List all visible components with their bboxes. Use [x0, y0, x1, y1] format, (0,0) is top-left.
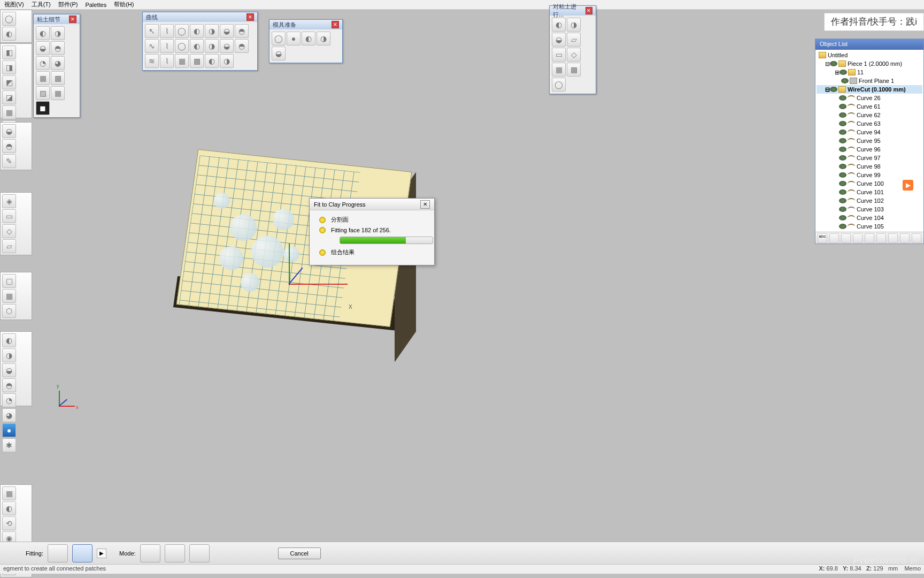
tool-btn[interactable]: ◒: [220, 24, 234, 38]
eye-icon[interactable]: [841, 78, 849, 83]
tool-btn[interactable]: ◯: [2, 12, 16, 26]
eye-icon[interactable]: [839, 172, 846, 178]
tool-btn[interactable]: ◧: [2, 45, 16, 59]
eye-icon[interactable]: [839, 207, 846, 212]
tool-btn[interactable]: ◕: [51, 56, 65, 70]
tool-btn[interactable]: ◓: [2, 378, 16, 392]
tool-btn[interactable]: ◒: [2, 363, 16, 377]
tree-curve-item[interactable]: Curve 94: [817, 128, 922, 136]
tool-btn[interactable]: ◪: [2, 90, 16, 104]
eye-icon[interactable]: [839, 164, 846, 169]
tree-curve-item[interactable]: Curve 62: [817, 111, 922, 119]
tool-btn[interactable]: ◐: [2, 501, 16, 515]
tree-item[interactable]: Front Plane 1: [817, 77, 922, 85]
menu-parts[interactable]: 部件(P): [58, 1, 78, 9]
menu-view[interactable]: 视图(V): [4, 1, 24, 9]
tool-btn[interactable]: ◒: [220, 39, 234, 53]
tool-btn[interactable]: ▱: [2, 239, 16, 253]
eye-icon[interactable]: [839, 224, 846, 229]
tree-curve-item[interactable]: Curve 26: [817, 94, 922, 102]
tool-btn[interactable]: ◑: [205, 24, 219, 38]
tool-btn[interactable]: ▨: [36, 86, 50, 100]
eye-icon[interactable]: [830, 87, 837, 92]
tree-curve-item[interactable]: Curve 63: [817, 119, 922, 128]
close-icon[interactable]: ✕: [420, 200, 430, 209]
tb-icon[interactable]: [841, 233, 851, 243]
tool-btn[interactable]: ◓: [2, 139, 16, 153]
tool-btn[interactable]: ◐: [190, 24, 204, 38]
tool-btn[interactable]: ◐: [302, 32, 315, 45]
eye-icon[interactable]: [839, 198, 846, 203]
tool-btn[interactable]: ✎: [2, 154, 16, 168]
eye-icon[interactable]: [839, 215, 846, 220]
tool-btn[interactable]: ◇: [567, 48, 581, 62]
tool-btn[interactable]: ◼: [36, 101, 50, 115]
eye-icon[interactable]: [839, 104, 846, 109]
tool-btn[interactable]: ◔: [2, 393, 16, 407]
tool-btn[interactable]: ●: [287, 32, 301, 45]
tool-btn[interactable]: ◇: [2, 224, 16, 238]
tool-btn[interactable]: ◯: [175, 39, 189, 53]
tool-btn[interactable]: ▦: [2, 289, 16, 303]
tree-curve-item[interactable]: Curve 104: [817, 214, 922, 222]
tool-btn[interactable]: ◐: [2, 27, 16, 41]
tool-btn[interactable]: ◯: [175, 24, 189, 38]
tool-btn[interactable]: ▦: [552, 63, 566, 77]
eye-icon[interactable]: [839, 112, 846, 118]
eye-icon[interactable]: [839, 147, 846, 152]
tool-btn[interactable]: ◑: [205, 39, 219, 53]
tool-btn[interactable]: ◈: [2, 194, 16, 208]
tool-btn[interactable]: ▦: [175, 54, 189, 68]
tb-icon[interactable]: [888, 233, 898, 243]
tool-btn[interactable]: ◓: [235, 24, 249, 38]
close-icon[interactable]: ✕: [332, 21, 339, 28]
tool-btn[interactable]: ◑: [2, 348, 16, 362]
mode-3[interactable]: [189, 544, 210, 562]
eye-icon[interactable]: [839, 155, 846, 161]
tool-btn[interactable]: ≋: [145, 54, 159, 68]
eye-icon[interactable]: [839, 138, 846, 143]
tree-curve-item[interactable]: Curve 102: [817, 196, 922, 205]
tree-curve-item[interactable]: Curve 98: [817, 162, 922, 171]
tool-btn[interactable]: ◯: [552, 78, 566, 92]
tool-btn[interactable]: ◑: [317, 32, 330, 45]
eye-icon[interactable]: [839, 95, 846, 101]
eye-icon[interactable]: [830, 61, 837, 66]
tool-btn[interactable]: ▭: [552, 48, 566, 62]
tree-root[interactable]: Untitled: [817, 51, 922, 59]
tool-btn[interactable]: ◨: [2, 60, 16, 74]
tool-btn[interactable]: ◒: [552, 33, 566, 47]
tool-btn[interactable]: ◐: [2, 333, 16, 347]
tree-curve-item[interactable]: Curve 105: [817, 222, 922, 231]
tb-icon[interactable]: [829, 233, 839, 243]
tool-btn[interactable]: ◒: [2, 124, 16, 138]
eye-icon[interactable]: [839, 189, 846, 195]
tool-btn[interactable]: ◓: [51, 41, 65, 55]
tool-btn[interactable]: ◒: [36, 41, 50, 55]
mode-1[interactable]: [140, 544, 160, 562]
close-icon[interactable]: ✕: [247, 13, 254, 21]
eye-icon[interactable]: [839, 121, 846, 126]
tb-search-icon[interactable]: [912, 233, 921, 243]
mode-2[interactable]: [165, 544, 185, 562]
tree-curve-item[interactable]: Curve 103: [817, 205, 922, 214]
menu-help[interactable]: 帮助(H): [114, 1, 134, 9]
tree-curve-item[interactable]: Curve 97: [817, 154, 922, 162]
tool-btn[interactable]: ▦: [2, 486, 16, 500]
tool-btn[interactable]: ◩: [2, 75, 16, 89]
tree-curve-item[interactable]: Curve 99: [817, 171, 922, 179]
tool-btn[interactable]: ◒: [272, 47, 286, 60]
tool-btn[interactable]: ⌇: [160, 24, 174, 38]
tool-btn[interactable]: ◓: [235, 39, 249, 53]
tree-piece[interactable]: ⊟ Piece 1 (2.0000 mm): [817, 59, 922, 68]
tree-curve-item[interactable]: Curve 61: [817, 102, 922, 111]
tool-btn[interactable]: ▭: [2, 209, 16, 223]
tool-btn[interactable]: ⟲: [2, 516, 16, 530]
tree-wirecut[interactable]: ⊟ WireCut (0.1000 mm): [817, 85, 922, 94]
tb-icon[interactable]: [865, 233, 874, 243]
tree-curve-item[interactable]: Curve 96: [817, 145, 922, 154]
tool-btn[interactable]: ▩: [567, 63, 581, 77]
app-badge-icon[interactable]: ▶: [903, 180, 913, 191]
tool-btn[interactable]: ▦: [2, 105, 16, 119]
tool-btn[interactable]: ◑: [567, 18, 581, 32]
